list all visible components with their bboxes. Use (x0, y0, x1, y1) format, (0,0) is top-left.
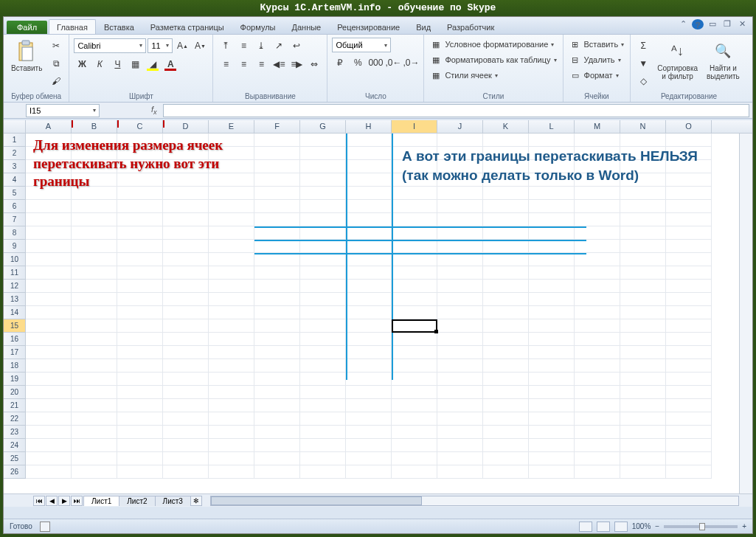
cell[interactable] (300, 319, 346, 333)
cell[interactable] (254, 346, 300, 359)
cell[interactable] (620, 373, 666, 386)
cell[interactable] (163, 280, 209, 293)
column-header[interactable]: M (575, 120, 620, 133)
cell[interactable] (163, 465, 209, 479)
column-header[interactable]: E (209, 120, 254, 133)
align-top-button[interactable]: ⤒ (218, 38, 234, 54)
select-all-corner[interactable] (4, 120, 26, 133)
increase-decimal-button[interactable]: ,0← (385, 55, 401, 71)
column-header[interactable]: C (117, 120, 163, 133)
cell[interactable] (300, 226, 346, 240)
help-icon[interactable]: ? (692, 19, 704, 30)
cell[interactable] (392, 240, 437, 253)
currency-button[interactable]: ₽ (332, 55, 348, 71)
cell[interactable] (620, 240, 666, 253)
cell[interactable] (300, 160, 346, 173)
cell[interactable] (437, 226, 483, 240)
cell[interactable] (575, 359, 620, 373)
cell[interactable] (483, 306, 529, 319)
file-tab[interactable]: Файл (7, 21, 47, 34)
cell[interactable] (666, 386, 712, 399)
cell[interactable] (666, 134, 712, 147)
cell[interactable] (254, 373, 300, 386)
cell[interactable] (254, 266, 300, 280)
cell[interactable] (529, 187, 575, 200)
cell[interactable] (529, 359, 575, 373)
cell[interactable] (666, 465, 712, 479)
macro-record-icon[interactable] (40, 522, 50, 532)
cell[interactable] (26, 266, 72, 280)
cell[interactable] (209, 373, 254, 386)
cell[interactable] (483, 319, 529, 333)
cell[interactable] (117, 333, 163, 346)
cell[interactable] (666, 359, 712, 373)
cell[interactable] (620, 359, 666, 373)
cell[interactable] (26, 465, 72, 479)
row-header[interactable]: 25 (4, 452, 26, 465)
cell[interactable] (346, 253, 392, 266)
normal-view-button[interactable] (579, 522, 592, 532)
row-header[interactable]: 8 (4, 226, 26, 240)
number-format-select[interactable]: Общий▾ (332, 38, 391, 52)
cell[interactable] (620, 306, 666, 319)
cell[interactable] (26, 426, 72, 439)
cell[interactable] (117, 280, 163, 293)
cell[interactable] (163, 373, 209, 386)
cell[interactable] (254, 226, 300, 240)
cell[interactable] (254, 399, 300, 412)
row-header[interactable]: 14 (4, 306, 26, 319)
cell[interactable] (483, 465, 529, 479)
cell[interactable] (666, 293, 712, 306)
row-header[interactable]: 23 (4, 426, 26, 439)
sheet-tab-3[interactable]: Лист3 (155, 496, 191, 506)
column-header[interactable]: I (392, 120, 437, 133)
increase-indent-button[interactable]: ≡▶ (288, 56, 305, 72)
format-as-table-button[interactable]: ▦Форматировать как таблицу▾ (429, 53, 558, 66)
cell[interactable] (163, 213, 209, 226)
cell[interactable] (117, 412, 163, 426)
cell[interactable] (620, 333, 666, 346)
cell[interactable] (72, 306, 117, 319)
cell[interactable] (483, 399, 529, 412)
cell[interactable] (437, 359, 483, 373)
column-header[interactable]: H (346, 120, 392, 133)
column-header[interactable]: D (163, 120, 209, 133)
cell[interactable] (392, 134, 437, 147)
cell[interactable] (254, 452, 300, 465)
cell[interactable] (437, 293, 483, 306)
cell[interactable] (163, 319, 209, 333)
new-sheet-button[interactable]: ✻ (190, 496, 202, 506)
fill-button[interactable]: ▼ (635, 55, 651, 72)
cell[interactable] (575, 333, 620, 346)
tab-formulas[interactable]: Формулы (232, 19, 284, 34)
cell[interactable] (483, 134, 529, 147)
clear-button[interactable]: ◇ (635, 73, 651, 89)
cell[interactable] (117, 226, 163, 240)
cell[interactable] (300, 266, 346, 280)
cell[interactable] (72, 266, 117, 280)
cell[interactable] (620, 439, 666, 452)
row-header[interactable]: 7 (4, 213, 26, 226)
cell[interactable] (26, 240, 72, 253)
cell[interactable] (666, 253, 712, 266)
cell[interactable] (300, 439, 346, 452)
cell[interactable] (72, 399, 117, 412)
cell[interactable] (392, 346, 437, 359)
cell[interactable] (163, 333, 209, 346)
cell[interactable] (163, 200, 209, 213)
cell[interactable] (72, 426, 117, 439)
cell[interactable] (483, 346, 529, 359)
cell[interactable] (346, 373, 392, 386)
cell[interactable] (300, 187, 346, 200)
cell[interactable] (346, 439, 392, 452)
cell[interactable] (26, 200, 72, 213)
cell[interactable] (346, 187, 392, 200)
cell[interactable] (529, 399, 575, 412)
cell[interactable] (26, 346, 72, 359)
zoom-in-button[interactable]: + (742, 522, 746, 530)
cell[interactable] (529, 373, 575, 386)
cell[interactable] (346, 173, 392, 187)
cut-button[interactable]: ✂ (48, 38, 64, 54)
font-color-button[interactable]: A (162, 56, 178, 72)
cell[interactable] (529, 306, 575, 319)
